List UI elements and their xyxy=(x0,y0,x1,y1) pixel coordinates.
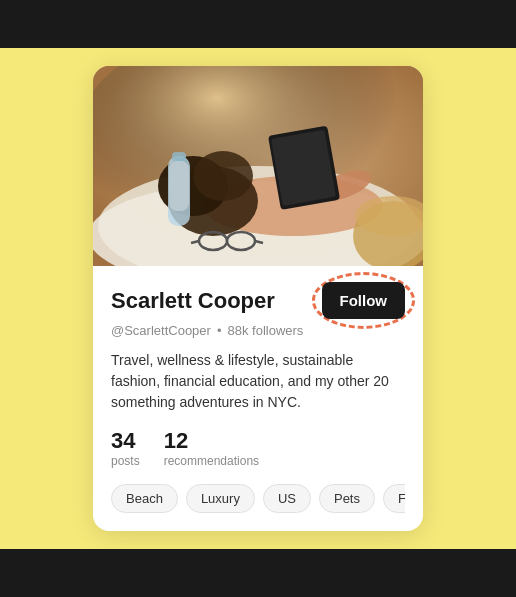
handle-row: @ScarlettCooper • 88k followers xyxy=(111,323,405,338)
top-bar xyxy=(0,0,516,48)
follow-button-wrapper: Follow xyxy=(322,282,406,319)
tag-beach[interactable]: Beach xyxy=(111,484,178,513)
svg-point-16 xyxy=(199,232,227,250)
svg-rect-14 xyxy=(172,152,186,162)
stats-row: 34 posts 12 recommendations xyxy=(111,429,405,467)
tag-food[interactable]: Food xyxy=(383,484,405,513)
tags-row: Beach Luxury US Pets Food S xyxy=(111,484,405,513)
cover-image xyxy=(93,66,423,266)
recommendations-stat: 12 recommendations xyxy=(164,429,259,467)
recommendations-label: recommendations xyxy=(164,454,259,468)
name-follow-row: Scarlett Cooper Follow xyxy=(111,282,405,319)
recommendations-count: 12 xyxy=(164,429,188,453)
tag-luxury[interactable]: Luxury xyxy=(186,484,255,513)
user-bio: Travel, wellness & lifestyle, sustainabl… xyxy=(111,350,405,413)
svg-point-10 xyxy=(193,151,253,201)
posts-label: posts xyxy=(111,454,140,468)
svg-rect-15 xyxy=(169,161,189,211)
profile-body: Scarlett Cooper Follow @ScarlettCooper •… xyxy=(93,266,423,530)
follow-button[interactable]: Follow xyxy=(322,282,406,319)
tag-us[interactable]: US xyxy=(263,484,311,513)
user-handle: @ScarlettCooper xyxy=(111,323,211,338)
followers-count: 88k followers xyxy=(227,323,303,338)
tag-pets[interactable]: Pets xyxy=(319,484,375,513)
posts-stat: 34 posts xyxy=(111,429,140,467)
profile-name: Scarlett Cooper xyxy=(111,288,275,314)
posts-count: 34 xyxy=(111,429,135,453)
profile-card: Scarlett Cooper Follow @ScarlettCooper •… xyxy=(93,66,423,530)
svg-point-17 xyxy=(227,232,255,250)
dot-separator: • xyxy=(217,323,222,338)
bottom-bar xyxy=(0,549,516,597)
